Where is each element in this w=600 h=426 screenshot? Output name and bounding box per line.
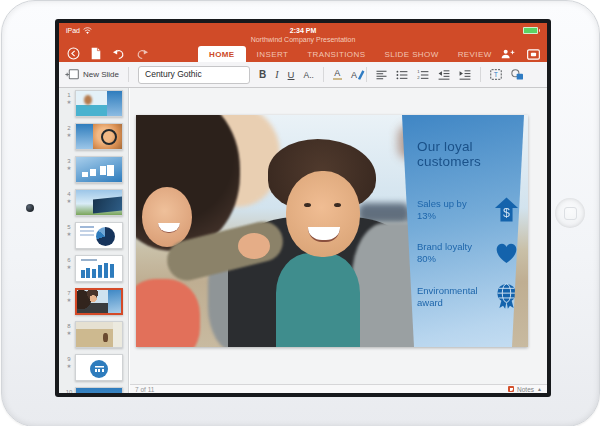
slide-number: 10	[63, 387, 75, 393]
slide-thumbnail[interactable]	[75, 123, 123, 150]
home-button[interactable]	[555, 198, 585, 228]
slide-thumbnail[interactable]	[75, 288, 123, 315]
slide-thumbnail-item-selected[interactable]: 7★	[63, 288, 128, 315]
back-icon[interactable]	[67, 47, 80, 60]
slide-thumbnail[interactable]	[75, 156, 123, 183]
slide-thumbnail-item[interactable]: 5★	[63, 222, 128, 249]
notes-button[interactable]: Notes ▲	[508, 386, 542, 393]
italic-button[interactable]: I	[275, 69, 278, 80]
indent-button[interactable]	[459, 70, 471, 80]
svg-text:$: $	[503, 206, 510, 220]
slide-thumbnail-item[interactable]: 2★	[63, 123, 128, 150]
slide-thumbnail-item[interactable]: 3★	[63, 156, 128, 183]
slide-number: 8	[63, 321, 75, 330]
new-slide-icon	[65, 69, 79, 80]
slide-thumbnail[interactable]	[75, 387, 123, 393]
font-name-select[interactable]: Century Gothic	[138, 66, 250, 84]
slide-number: 9	[63, 354, 75, 363]
notes-collapse-icon: ▲	[537, 386, 542, 392]
slide-canvas-area: Our loyal customers Sales up by 13% $ Br…	[130, 88, 547, 384]
slide-thumbnail-item[interactable]: 9★	[63, 354, 128, 381]
slide-thumbnail[interactable]	[75, 222, 123, 249]
animation-star-icon: ★	[63, 99, 75, 106]
camera-icon	[26, 204, 34, 212]
font-color-swatch	[333, 78, 342, 81]
slide-thumbnail-item[interactable]: 8★	[63, 321, 128, 348]
slide-thumbnail-panel[interactable]: 1★ 2★ 3★ 4★ 5★	[59, 88, 129, 393]
animation-star-icon: ★	[63, 231, 75, 238]
dollar-arrow-icon: $	[494, 197, 519, 222]
slide-thumbnail[interactable]	[75, 189, 123, 216]
slide-thumbnail[interactable]	[75, 255, 123, 282]
svg-text:T: T	[494, 71, 498, 78]
new-slide-button[interactable]: New Slide	[65, 69, 119, 80]
font-size-button[interactable]: A..	[303, 70, 313, 80]
photo-woman-face	[142, 187, 192, 247]
toolbar-divider	[480, 67, 481, 82]
photo-man-eye	[304, 203, 311, 207]
ipad-device-frame: iPad 2:34 PM Northwind Company Presentat…	[1, 0, 600, 426]
text-effects-button[interactable]: A	[351, 70, 357, 80]
text-box-button[interactable]: T	[490, 69, 502, 80]
current-slide[interactable]: Our loyal customers Sales up by 13% $ Br…	[136, 115, 528, 347]
nav-right-icons	[501, 48, 540, 60]
clock: 2:34 PM	[59, 27, 547, 34]
share-icon[interactable]	[501, 48, 515, 60]
notes-icon	[508, 386, 514, 392]
slide-bullet[interactable]: Environmental award	[417, 283, 519, 310]
slide-thumbnail-item[interactable]: 4★	[63, 189, 128, 216]
photo-man-eye	[334, 203, 341, 207]
undo-icon[interactable]	[112, 48, 125, 60]
slide-number: 6	[63, 255, 75, 264]
document-title: Northwind Company Presentation	[59, 36, 547, 45]
toolbar-divider	[128, 67, 129, 82]
slide-bullet[interactable]: Sales up by 13% $	[417, 197, 519, 222]
slide-thumbnail[interactable]	[75, 90, 123, 117]
slide-number: 5	[63, 222, 75, 231]
pen-icon	[357, 69, 365, 80]
formatting-toolbar: New Slide Century Gothic B I U A.. A A	[59, 62, 547, 88]
animation-star-icon: ★	[63, 264, 75, 271]
redo-icon[interactable]	[136, 48, 149, 60]
underline-button[interactable]: U	[288, 69, 295, 80]
slide-thumbnail-item[interactable]: 10★	[63, 387, 128, 393]
align-button[interactable]	[376, 70, 387, 80]
outdent-button[interactable]	[438, 70, 450, 80]
nav-left-icons	[67, 47, 149, 60]
footer-bar: 7 of 11 Notes ▲	[130, 384, 547, 393]
animation-star-icon: ★	[63, 330, 75, 337]
page-indicator: 7 of 11	[135, 386, 154, 393]
slide-title[interactable]: Our loyal customers	[417, 139, 505, 169]
present-icon[interactable]	[527, 49, 540, 60]
photo-woman-sleeve	[136, 279, 200, 347]
slide-thumbnail-item[interactable]: 1★	[63, 90, 128, 117]
screenshot-stage: iPad 2:34 PM Northwind Company Presentat…	[0, 0, 600, 426]
bold-button[interactable]: B	[259, 69, 266, 80]
photo-man-shirt	[276, 253, 360, 347]
numbered-list-button[interactable]: 1 2	[417, 70, 429, 80]
font-color-button[interactable]: A	[333, 69, 342, 81]
slide-thumbnail[interactable]	[75, 354, 123, 381]
status-bar: iPad 2:34 PM	[59, 23, 547, 36]
photo-woman-hand	[238, 233, 270, 259]
notes-label: Notes	[517, 386, 534, 393]
home-button-glyph	[564, 207, 577, 220]
slide-number: 3	[63, 156, 75, 165]
ribbon: iPad 2:34 PM Northwind Company Presentat…	[59, 23, 547, 62]
svg-text:2: 2	[417, 75, 420, 80]
animation-star-icon: ★	[63, 363, 75, 370]
slide-number: 1	[63, 90, 75, 99]
shapes-button[interactable]	[511, 69, 524, 80]
new-slide-label: New Slide	[83, 70, 119, 79]
toolbar-divider	[366, 67, 367, 82]
slide-number: 4	[63, 189, 75, 198]
slide-thumbnail[interactable]	[75, 321, 123, 348]
file-icon[interactable]	[91, 47, 101, 60]
slide-number: 7	[63, 288, 75, 297]
slide-bullet[interactable]: Brand loyalty 80%	[417, 241, 519, 264]
photo-man-face	[286, 171, 360, 257]
animation-star-icon: ★	[63, 132, 75, 139]
toolbar-divider	[323, 67, 324, 82]
bullet-list-button[interactable]	[396, 70, 408, 80]
slide-thumbnail-item[interactable]: 6★	[63, 255, 128, 282]
